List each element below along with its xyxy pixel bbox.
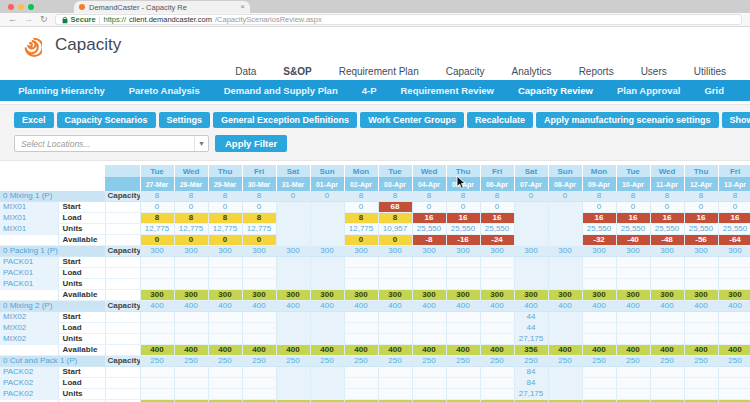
subnav-requirement-review[interactable]: Requirement Review	[401, 85, 494, 96]
reload-button[interactable]: ↻	[40, 15, 48, 24]
grid-cell	[310, 279, 344, 290]
resource-name: MIX01	[0, 202, 58, 213]
apply-manufacturing-scenario-settings-button[interactable]: Apply manufacturing scenario settings	[536, 112, 719, 128]
work-center-name: 0 Mixing 2 (P)	[0, 301, 105, 312]
capacity-cell: 300	[412, 246, 446, 257]
grid-cell	[208, 378, 242, 389]
work-center-groups-button[interactable]: Work Center Groups	[360, 112, 464, 128]
grid-cell: 25,550	[650, 224, 684, 235]
general-exception-definitions-button[interactable]: General Exception Definitions	[213, 112, 357, 128]
grid-cell	[174, 257, 208, 268]
subnav-planning-hierarchy[interactable]: Planning Hierarchy	[18, 85, 105, 96]
spacer-cell	[105, 323, 140, 334]
nav-item-data[interactable]: Data	[235, 66, 256, 77]
grid-cell: 8	[378, 213, 412, 224]
column-header-day: Wed	[412, 165, 446, 177]
subnav-4p[interactable]: 4-P	[362, 85, 377, 96]
grid-cell	[344, 378, 378, 389]
grid-cell	[310, 378, 344, 389]
column-header-date: 13-Apr	[718, 177, 750, 191]
grid-cell: -16	[446, 235, 480, 246]
grid-cell	[446, 279, 480, 290]
column-header-date: 10-Apr	[616, 177, 650, 191]
forward-button[interactable]: →	[24, 15, 33, 24]
grid-cell	[140, 334, 174, 345]
apply-filter-button[interactable]: Apply Filter	[215, 135, 287, 152]
spacer-cell	[105, 367, 140, 378]
capacity-row-label: Capacity	[105, 301, 140, 312]
subnav-capacity-review[interactable]: Capacity Review	[518, 85, 593, 96]
close-window-icon[interactable]	[8, 4, 14, 10]
capacity-cell: 300	[650, 246, 684, 257]
grid-cell	[344, 389, 378, 400]
settings-button[interactable]: Settings	[159, 112, 211, 128]
capacity-cell: 0	[310, 191, 344, 202]
grid-cell: 25,550	[480, 224, 514, 235]
nav-item-reports[interactable]: Reports	[579, 66, 614, 77]
resource-name: PACK01	[0, 257, 58, 268]
tab-close-icon[interactable]: ×	[240, 3, 245, 11]
grid-cell	[480, 279, 514, 290]
grid-cell: 27,175	[514, 389, 548, 400]
nav-item-capacity[interactable]: Capacity	[446, 66, 485, 77]
grid-cell	[718, 279, 750, 290]
capacity-cell: 300	[344, 246, 378, 257]
show-all-work-centers-button[interactable]: Show all work centers	[722, 112, 750, 128]
subnav-demand-supply-plan[interactable]: Demand and Supply Plan	[224, 85, 338, 96]
maximize-window-icon[interactable]	[28, 4, 34, 10]
grid-cell	[718, 389, 750, 400]
grid-cell	[514, 235, 548, 246]
grid-cell	[310, 202, 344, 213]
nav-item-analytics[interactable]: Analytics	[512, 66, 552, 77]
capacity-cell: 300	[514, 246, 548, 257]
locations-select-placeholder: Select Locations...	[21, 139, 90, 149]
minimize-window-icon[interactable]	[18, 4, 24, 10]
nav-item-users[interactable]: Users	[641, 66, 667, 77]
capacity-cell: 400	[616, 301, 650, 312]
grid-cell: -56	[684, 235, 718, 246]
capacity-scenarios-button[interactable]: Capacity Scenarios	[57, 112, 156, 128]
capacity-table: TueWedThuFriSatSunMonTueWedThuFriSatSunM…	[0, 165, 750, 402]
resource-name: MIX02	[0, 323, 58, 334]
subnav-plan-approval[interactable]: Plan Approval	[617, 85, 681, 96]
favicon-icon	[79, 4, 85, 10]
filter-row: Select Locations... ▼ Apply Filter	[14, 135, 750, 152]
grid-cell	[242, 279, 276, 290]
nav-item-requirement-plan[interactable]: Requirement Plan	[339, 66, 419, 77]
column-header-day: Wed	[174, 165, 208, 177]
grid-cell	[514, 213, 548, 224]
spacer-cell	[105, 257, 140, 268]
subnav-grid[interactable]: Grid	[704, 85, 724, 96]
grid-cell: 300	[480, 290, 514, 301]
resource-name: PACK02	[0, 389, 58, 400]
grid-cell: 400	[378, 345, 412, 356]
grid-cell	[684, 312, 718, 323]
browser-tab[interactable]: DemandCaster - Capacity Re ×	[74, 1, 250, 13]
recalculate-button[interactable]: Recalculate	[467, 112, 533, 128]
capacity-cell: 400	[650, 301, 684, 312]
work-center-section-row: 0 Mixing 2 (P)Capacity400400400400400400…	[0, 301, 750, 312]
column-header-day: Mon	[582, 165, 616, 177]
table-row: Available3003003003003003003003003003003…	[0, 290, 750, 301]
grid-cell: 300	[344, 290, 378, 301]
capacity-cell: 400	[276, 301, 310, 312]
subnav-pareto-analysis[interactable]: Pareto Analysis	[129, 85, 200, 96]
row-label: Start	[58, 202, 105, 213]
column-header-day: Tue	[140, 165, 174, 177]
locations-select[interactable]: Select Locations... ▼	[14, 135, 209, 152]
capacity-cell: 8	[582, 191, 616, 202]
back-button[interactable]: ←	[8, 15, 17, 24]
address-bar[interactable]: Secure | https://client.demandcaster.com…	[55, 14, 742, 25]
table-row: MIX01Start000006800000000	[0, 202, 750, 213]
capacity-cell: 250	[412, 356, 446, 367]
grid-cell: 0	[480, 202, 514, 213]
grid-cell	[718, 268, 750, 279]
nav-item-utilities[interactable]: Utilities	[694, 66, 726, 77]
nav-item-sop[interactable]: S&OP	[283, 66, 311, 77]
grid-cell: 25,550	[412, 224, 446, 235]
excel-button[interactable]: Excel	[14, 112, 54, 128]
window-controls[interactable]	[0, 0, 34, 13]
grid-cell	[378, 257, 412, 268]
grid-cell: 400	[446, 345, 480, 356]
spacer-cell	[105, 213, 140, 224]
